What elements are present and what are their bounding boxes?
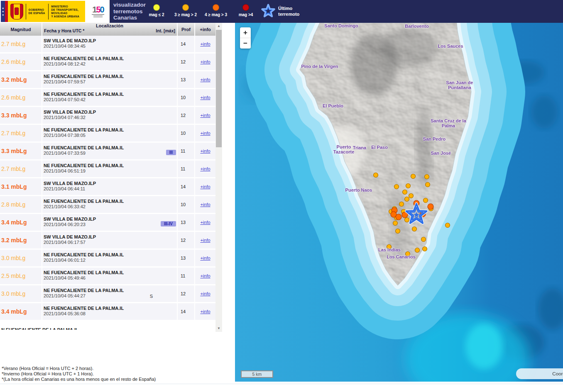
location-name: NE FUENCALIENTE DE LA PALMA.IL <box>42 285 177 293</box>
header-datetime: Fecha y Hora UTC * <box>44 28 84 33</box>
header-depth: Prof <box>178 23 194 36</box>
quake-dot[interactable] <box>387 245 392 249</box>
magnitude-value: 2.7 mbLg <box>0 36 42 52</box>
magnitude-value: 2.6 mbLg <box>0 89 42 106</box>
event-datetime: 2021/10/04 06:01:12 <box>42 257 177 263</box>
quake-dot[interactable] <box>428 204 433 209</box>
legend-item-mag-2-3: 3 ≥ mag > 2 <box>170 3 201 17</box>
depth-value: 14 <box>178 303 194 320</box>
info-link[interactable]: +info <box>200 131 210 136</box>
intensity-badge: III-IV <box>161 221 176 226</box>
map-canvas[interactable]: Santo DomingoBarloventoLos SaucesPino de… <box>235 23 563 382</box>
quake-dot[interactable] <box>406 252 410 256</box>
info-link[interactable]: +info <box>200 273 210 278</box>
info-link[interactable]: +info <box>200 220 210 225</box>
quake-dot[interactable] <box>412 227 417 231</box>
amber-dot-icon <box>182 4 189 11</box>
scrollbar-down-arrow-icon[interactable]: ▼ <box>215 325 222 332</box>
quake-dot[interactable] <box>396 214 401 220</box>
event-datetime: 2021/10/04 06:33:42 <box>42 204 177 209</box>
info-link[interactable]: +info <box>200 309 210 314</box>
location-name: SW VILLA DE MAZO.ILP <box>42 178 177 186</box>
top-header: ★★★ GOBIERNO DE ESPAÑA MINISTERIO DE TRA… <box>0 0 563 23</box>
flag-stars-stripe: ★★★ <box>1 1 5 22</box>
coordinates-widget[interactable]: Coordina <box>516 368 563 379</box>
event-datetime: 2021/10/04 07:46:32 <box>42 114 177 120</box>
table-row: 2.6 mbLg NE FUENCALIENTE DE LA PALMA.IL … <box>0 89 215 106</box>
location-name: NE FUENCALIENTE DE LA PALMA.IL <box>42 303 177 311</box>
quake-dot[interactable] <box>405 218 409 222</box>
depth-value: 13 <box>178 71 194 88</box>
info-link[interactable]: +info <box>200 113 210 118</box>
page-bottom-divider <box>0 384 563 384</box>
location-name: NE FUENCALIENTE DE LA PALMA.IL <box>42 125 177 132</box>
event-datetime: 2021/10/04 08:12:42 <box>42 61 177 66</box>
depth-value: 12 <box>178 54 194 70</box>
quake-dot[interactable] <box>426 183 430 187</box>
quake-dot[interactable] <box>406 184 411 188</box>
event-datetime: 2021/10/04 06:44:11 <box>42 186 177 191</box>
event-datetime: 2021/10/04 07:59:57 <box>42 79 177 84</box>
location-name: NE FUENCALIENTE DE LA PALMA.IL <box>42 89 177 97</box>
info-link[interactable]: +info <box>200 238 210 243</box>
info-link[interactable]: +info <box>200 256 210 261</box>
table-row: 2.8 mbLg NE FUENCALIENTE DE LA PALMA.IL … <box>0 196 215 213</box>
scrollbar-up-arrow-icon[interactable]: ▲ <box>215 23 222 29</box>
footnote-canarias: *(La hora oficial en Canarias es una hor… <box>2 377 156 382</box>
depth-value: 10 <box>178 125 194 141</box>
quake-dot[interactable] <box>405 197 409 202</box>
last-quake-star-icon <box>260 3 277 19</box>
info-link[interactable]: +info <box>200 291 210 296</box>
ign-150-logo: 150 <box>87 1 109 22</box>
last-quake-label: Último terremoto <box>278 5 299 17</box>
event-datetime: 2021/10/04 08:34:45 <box>42 43 177 49</box>
info-link[interactable]: +info <box>200 59 210 64</box>
quake-dot[interactable] <box>394 185 399 189</box>
info-link[interactable]: +info <box>200 77 210 82</box>
quake-dot[interactable] <box>421 237 426 242</box>
magnitude-value: 3.2 mbLg <box>0 71 42 88</box>
table-row: 2.5 mbLg NE FUENCALIENTE DE LA PALMA.IL … <box>0 268 215 284</box>
quake-dot[interactable] <box>374 173 378 178</box>
gobierno-espana-logo: ★★★ GOBIERNO DE ESPAÑA MINISTERIO DE TRA… <box>1 1 85 22</box>
quake-dot[interactable] <box>411 174 416 179</box>
orange-dot-icon <box>213 4 219 11</box>
quake-dot[interactable] <box>423 198 428 203</box>
ign-building-glyph <box>92 14 104 15</box>
location-name: NE FUENCALIENTE DE LA PALMA.IL <box>42 268 177 275</box>
quake-dot[interactable] <box>425 175 429 179</box>
footnote-invierno: *Invierno (Hora Oficial = Hora UTC + 1 H… <box>2 371 156 377</box>
partial-table-row: N FUENCALIENTE DE LA PALMA.IL <box>0 321 215 330</box>
info-link[interactable]: +info <box>200 184 210 189</box>
spain-coat-of-arms-icon <box>10 4 23 19</box>
quake-dot[interactable] <box>403 190 407 195</box>
quake-dot[interactable] <box>399 202 404 207</box>
intensity-badge: III <box>166 150 176 155</box>
info-link[interactable]: +info <box>200 202 210 207</box>
table-row: 3.0 mbLg NE FUENCALIENTE DE LA PALMA.IL … <box>0 285 215 302</box>
quake-dot[interactable] <box>446 223 450 228</box>
logo-divider <box>26 4 26 19</box>
info-link[interactable]: +info <box>200 95 210 100</box>
table-row: 2.7 mbLg SW VILLA DE MAZO.ILP 2021/10/04… <box>0 36 215 52</box>
magnitude-value: 3.3 mbLg <box>0 107 42 124</box>
table-row: 2.6 mbLg NE FUENCALIENTE DE LA PALMA.IL … <box>0 54 215 70</box>
quake-dot[interactable] <box>415 248 420 253</box>
scrollbar-thumb[interactable] <box>216 30 222 147</box>
quake-dot[interactable] <box>396 229 400 234</box>
magnitude-value: 3.3 mbLg <box>0 143 42 159</box>
info-link[interactable]: +info <box>200 149 210 153</box>
magnitude-value: 2.8 mbLg <box>0 196 42 213</box>
table-scrollbar[interactable]: ▲ ▼ <box>215 23 222 332</box>
event-datetime: 2021/10/04 06:17:57 <box>42 239 177 245</box>
zoom-out-button[interactable]: − <box>240 38 251 49</box>
flag-red-stripe <box>5 1 8 22</box>
info-link[interactable]: +info <box>200 41 210 46</box>
magnitude-value: 3.4 mbLg <box>0 303 42 320</box>
quake-dot[interactable] <box>409 194 414 198</box>
footnote-verano: *Verano (Hora Oficial = Hora UTC + 2 hor… <box>2 366 156 371</box>
zoom-in-button[interactable]: + <box>240 27 251 38</box>
quake-dot[interactable] <box>393 221 398 226</box>
quake-dot[interactable] <box>423 247 427 251</box>
info-link[interactable]: +info <box>200 166 210 171</box>
